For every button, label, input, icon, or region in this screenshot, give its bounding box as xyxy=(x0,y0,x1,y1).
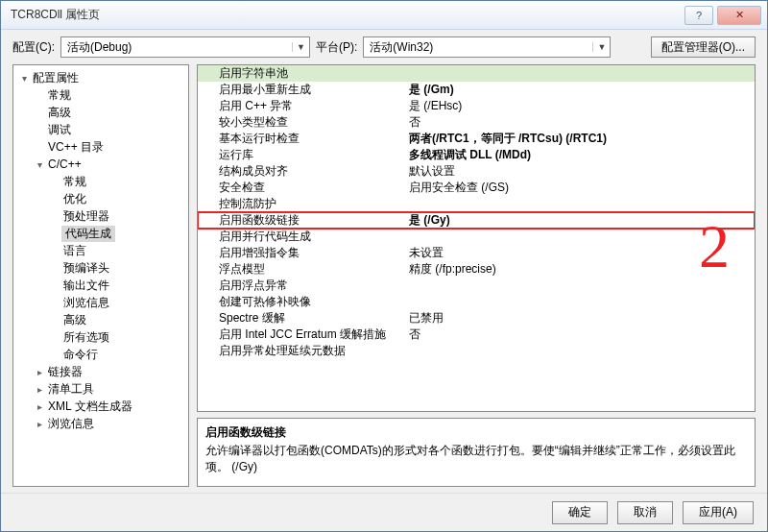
tree-node-label: 语言 xyxy=(61,243,86,259)
tree-node[interactable]: 高级 xyxy=(13,104,188,121)
property-row[interactable]: 启用增强指令集未设置 xyxy=(198,245,755,261)
property-row[interactable]: 启用 C++ 异常是 (/EHsc) xyxy=(198,98,755,114)
property-row[interactable]: 启用最小重新生成是 (/Gm) xyxy=(198,82,755,98)
config-label: 配置(C): xyxy=(12,39,55,56)
property-value: 否 xyxy=(405,326,755,343)
description-title: 启用函数级链接 xyxy=(205,424,747,441)
property-name: 较小类型检查 xyxy=(198,114,405,131)
tree-node[interactable]: 调试 xyxy=(13,121,188,138)
tree-node[interactable]: 常规 xyxy=(13,86,188,104)
tree-node[interactable]: 常规 xyxy=(13,173,188,190)
property-name: 运行库 xyxy=(198,147,405,163)
tree-node[interactable]: ▸浏览信息 xyxy=(13,415,188,432)
expand-closed-icon[interactable]: ▸ xyxy=(33,367,46,377)
property-row[interactable]: 启用字符串池 xyxy=(198,65,755,82)
tree-node[interactable]: 预处理器 xyxy=(13,207,188,225)
property-row[interactable]: 启用并行代码生成 xyxy=(198,229,755,245)
tree-node[interactable]: ▸清单工具 xyxy=(13,380,188,398)
tree-node-label: 优化 xyxy=(61,191,86,207)
property-value: 否 xyxy=(405,114,755,131)
tree-node-label: 输出文件 xyxy=(61,278,109,294)
property-value: 默认设置 xyxy=(405,163,755,180)
tree-node[interactable]: ▾C/C++ xyxy=(13,156,188,173)
tree-node-label: 浏览信息 xyxy=(61,295,109,311)
property-value: 是 (/EHsc) xyxy=(405,98,755,114)
tree-node-label: 代码生成 xyxy=(61,226,115,242)
tree-node-label: 常规 xyxy=(46,87,71,104)
property-row[interactable]: Spectre 缓解已禁用 xyxy=(198,310,755,326)
property-name: 启用 C++ 异常 xyxy=(198,98,405,114)
chevron-down-icon: ▼ xyxy=(292,42,309,52)
tree-node-label: VC++ 目录 xyxy=(46,139,104,156)
expand-closed-icon[interactable]: ▸ xyxy=(33,384,46,395)
tree-node[interactable]: 高级 xyxy=(13,311,188,328)
tree-node[interactable]: 浏览信息 xyxy=(13,294,188,311)
config-manager-button[interactable]: 配置管理器(O)... xyxy=(651,36,756,58)
property-row[interactable]: 浮点模型精度 (/fp:precise) xyxy=(198,261,755,278)
tree-node[interactable]: 预编译头 xyxy=(13,259,188,277)
property-name: Spectre 缓解 xyxy=(198,310,405,326)
tree-node[interactable]: 输出文件 xyxy=(13,277,188,294)
property-name: 启用最小重新生成 xyxy=(198,82,405,98)
tree-node-label: 链接器 xyxy=(46,364,83,380)
platform-label: 平台(P): xyxy=(316,39,357,56)
property-row[interactable]: 较小类型检查否 xyxy=(198,114,755,131)
property-value: 已禁用 xyxy=(405,310,755,326)
expand-open-icon[interactable]: ▾ xyxy=(17,73,31,84)
apply-button[interactable]: 应用(A) xyxy=(683,501,754,524)
tree-node[interactable]: ▸链接器 xyxy=(13,363,188,380)
property-row[interactable]: 运行库多线程调试 DLL (/MDd) xyxy=(198,147,755,163)
description-box: 启用函数级链接 允许编译器以打包函数(COMDATs)的形式对各个函数进行打包。… xyxy=(197,418,756,487)
tree-node-label: 预处理器 xyxy=(61,208,109,225)
tree-node-label: 高级 xyxy=(61,312,86,328)
property-grid[interactable]: 启用字符串池启用最小重新生成是 (/Gm)启用 C++ 异常是 (/EHsc)较… xyxy=(197,64,756,412)
config-bar: 配置(C): 活动(Debug) ▼ 平台(P): 活动(Win32) ▼ 配置… xyxy=(1,30,767,64)
dialog-window: TCR8CDll 属性页 ? ✕ 配置(C): 活动(Debug) ▼ 平台(P… xyxy=(0,0,768,532)
description-body: 允许编译器以打包函数(COMDATs)的形式对各个函数进行打包。要使“编辑并继续… xyxy=(205,443,747,475)
footer: 确定 取消 应用(A) xyxy=(1,493,767,531)
expand-closed-icon[interactable]: ▸ xyxy=(33,419,46,429)
property-name: 启用并行代码生成 xyxy=(198,229,405,245)
property-name: 启用增强指令集 xyxy=(198,245,405,261)
expand-open-icon[interactable]: ▾ xyxy=(33,159,46,170)
property-value: 是 (/Gm) xyxy=(405,82,755,98)
property-row[interactable]: 启用异常处理延续元数据 xyxy=(198,343,755,359)
config-value: 活动(Debug) xyxy=(67,39,292,56)
close-button[interactable]: ✕ xyxy=(717,6,761,25)
config-combo[interactable]: 活动(Debug) ▼ xyxy=(60,36,310,58)
titlebar: TCR8CDll 属性页 ? ✕ xyxy=(1,1,767,30)
property-row[interactable]: 安全检查启用安全检查 (/GS) xyxy=(198,180,755,196)
tree-node[interactable]: ▾配置属性 xyxy=(13,69,188,86)
tree-node[interactable]: 所有选项 xyxy=(13,328,188,346)
property-row[interactable]: 控制流防护 xyxy=(198,196,755,212)
tree-node-label: 预编译头 xyxy=(61,260,109,277)
expand-closed-icon[interactable]: ▸ xyxy=(33,401,46,412)
cancel-button[interactable]: 取消 xyxy=(617,501,673,524)
property-value: 多线程调试 DLL (/MDd) xyxy=(405,147,755,163)
tree-node[interactable]: 优化 xyxy=(13,190,188,207)
property-row[interactable]: 结构成员对齐默认设置 xyxy=(198,163,755,180)
help-button[interactable]: ? xyxy=(684,6,713,25)
tree-node[interactable]: ▸XML 文档生成器 xyxy=(13,398,188,415)
ok-button[interactable]: 确定 xyxy=(552,501,608,524)
platform-value: 活动(Win32) xyxy=(370,39,592,56)
tree-node[interactable]: 语言 xyxy=(13,242,188,259)
property-value: 启用安全检查 (/GS) xyxy=(405,180,755,196)
nav-tree[interactable]: ▾配置属性常规高级调试VC++ 目录▾C/C++常规优化预处理器代码生成语言预编… xyxy=(12,64,189,487)
tree-node[interactable]: 命令行 xyxy=(13,346,188,363)
platform-combo[interactable]: 活动(Win32) ▼ xyxy=(363,36,611,58)
property-row[interactable]: 启用函数级链接是 (/Gy) xyxy=(198,212,755,229)
tree-node[interactable]: 代码生成 xyxy=(13,225,188,242)
tree-node-label: XML 文档生成器 xyxy=(46,399,132,415)
tree-node[interactable]: VC++ 目录 xyxy=(13,138,188,156)
window-title: TCR8CDll 属性页 xyxy=(11,7,681,23)
property-name: 浮点模型 xyxy=(198,261,405,278)
property-row[interactable]: 基本运行时检查两者(/RTC1，等同于 /RTCsu) (/RTC1) xyxy=(198,131,755,147)
property-name: 创建可热修补映像 xyxy=(198,294,405,310)
property-name: 启用浮点异常 xyxy=(198,278,405,294)
property-name: 结构成员对齐 xyxy=(198,163,405,180)
property-row[interactable]: 启用 Intel JCC Erratum 缓解措施否 xyxy=(198,326,755,343)
property-row[interactable]: 创建可热修补映像 xyxy=(198,294,755,310)
property-name: 基本运行时检查 xyxy=(198,131,405,147)
property-row[interactable]: 启用浮点异常 xyxy=(198,278,755,294)
